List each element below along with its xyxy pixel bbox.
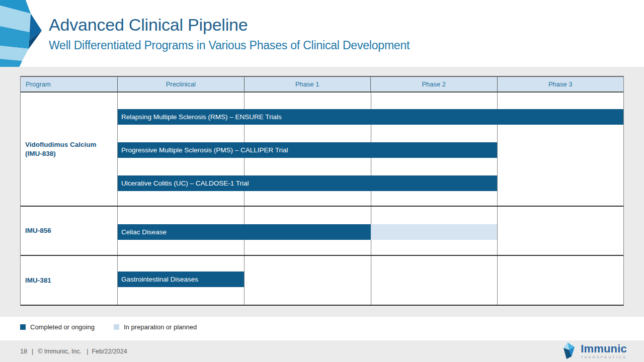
footer-separator: |	[32, 348, 33, 355]
pipeline-bar-celiac: Celiac Disease	[118, 224, 371, 240]
legend: Completed or ongoing In preparation or p…	[20, 323, 197, 331]
legend-item-completed: Completed or ongoing	[20, 323, 95, 331]
legend-swatch-completed	[20, 324, 26, 330]
slide: Advanced Clinical Pipeline Well Differen…	[0, 0, 644, 362]
column-gridline	[497, 256, 498, 305]
column-gridline	[244, 256, 245, 305]
pipeline-bar-gastrointestinal: Gastrointestinal Diseases	[118, 272, 244, 287]
page-subtitle: Well Differentiated Programs in Various …	[49, 39, 410, 52]
column-header-preclinical: Preclinical	[117, 77, 244, 92]
program-label: IMU-381	[21, 256, 117, 305]
footer-meta: 18 | © Immunic, Inc. | Feb/22/2024	[20, 340, 127, 362]
slide-header: Advanced Clinical Pipeline Well Differen…	[49, 15, 410, 52]
table-row: IMU-856 Celiac Disease	[21, 207, 623, 256]
column-header-phase2: Phase 2	[370, 77, 497, 92]
table-header-row: Program Preclinical Phase 1 Phase 2 Phas…	[21, 77, 623, 93]
table-row: Vidofludimus Calcium (IMU-838) Relapsing…	[21, 93, 623, 207]
phase-timeline-area: Celiac Disease	[117, 207, 623, 255]
page-title: Advanced Clinical Pipeline	[49, 15, 410, 35]
footer-separator: |	[87, 348, 88, 355]
legend-swatch-planned	[114, 324, 119, 330]
table-row: IMU-381 Gastrointestinal Diseases	[21, 256, 623, 305]
company-logo-icon	[562, 342, 577, 360]
company-tagline: THERAPEUTICS	[581, 355, 627, 359]
company-logo-text: Immunic THERAPEUTICS	[581, 343, 627, 359]
legend-label: Completed or ongoing	[30, 323, 95, 331]
phase-timeline-area: Relapsing Multiple Sclerosis (RMS) – ENS…	[117, 93, 623, 206]
column-gridline	[497, 207, 498, 255]
company-name: Immunic	[581, 343, 627, 354]
program-label: Vidofludimus Calcium (IMU-838)	[21, 93, 117, 206]
pipeline-table: Program Preclinical Phase 1 Phase 2 Phas…	[20, 76, 624, 306]
page-number: 18	[20, 348, 27, 355]
column-header-phase3: Phase 3	[497, 77, 624, 92]
column-gridline	[371, 256, 371, 305]
column-header-phase1: Phase 1	[244, 77, 371, 92]
footer: 18 | © Immunic, Inc. | Feb/22/2024 Immun…	[0, 340, 644, 362]
company-logo: Immunic THERAPEUTICS	[562, 340, 627, 362]
legend-item-planned: In preparation or planned	[114, 323, 197, 331]
program-label: IMU-856	[21, 207, 117, 255]
phase-timeline-area: Gastrointestinal Diseases	[117, 256, 623, 305]
pipeline-bar-uc-caldose: Ulcerative Colitis (UC) – CALDOSE-1 Tria…	[118, 175, 497, 191]
pipeline-bar-pms-calliper: Progressive Multiple Sclerosis (PMS) – C…	[118, 142, 497, 158]
pipeline-bar-rms-ensure: Relapsing Multiple Sclerosis (RMS) – ENS…	[118, 109, 623, 125]
footer-copyright: © Immunic, Inc.	[38, 348, 82, 355]
footer-date: Feb/22/2024	[92, 348, 127, 355]
legend-label: In preparation or planned	[124, 323, 197, 331]
pipeline-bar-celiac-planned	[371, 224, 497, 240]
column-header-program: Program	[21, 77, 117, 92]
